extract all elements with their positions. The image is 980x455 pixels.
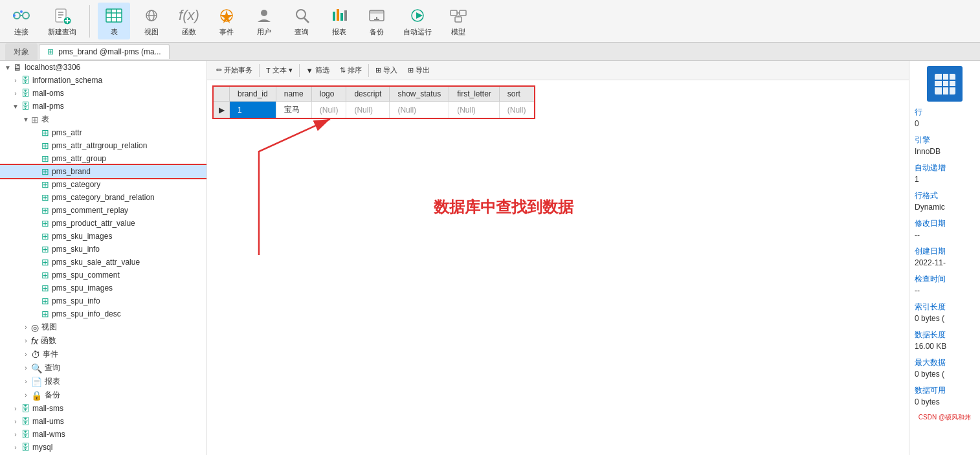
query-icon: 🔍 bbox=[31, 363, 42, 373]
sub-divider-2 bbox=[299, 64, 300, 77]
cell-name[interactable]: 宝马 bbox=[276, 102, 311, 119]
user-button[interactable]: 用户 bbox=[248, 3, 280, 39]
sidebar-item-pms_spu_info_desc[interactable]: ⊞ pms_spu_info_desc bbox=[0, 307, 206, 320]
sidebar-item-pms_category_brand_relation[interactable]: ⊞ pms_category_brand_relation bbox=[0, 191, 206, 204]
sidebar-item-mall-oms[interactable]: › 🗄 mall-oms bbox=[0, 87, 206, 100]
col-descript[interactable]: descript bbox=[346, 86, 390, 102]
sidebar-item-queries[interactable]: › 🔍 查询 bbox=[0, 361, 206, 375]
sort-button[interactable]: ⇅ 排序 bbox=[336, 64, 366, 76]
report-button[interactable]: 报表 bbox=[323, 3, 355, 39]
sidebar-item-pms_product_attr_value[interactable]: ⊞ pms_product_attr_value bbox=[0, 217, 206, 230]
sidebar-item-pms_spu_images[interactable]: ⊞ pms_spu_images bbox=[0, 282, 206, 294]
sidebar-item-pms_sku_info[interactable]: ⊞ pms_sku_info bbox=[0, 243, 206, 256]
sidebar-item-reports[interactable]: › 📄 报表 bbox=[0, 375, 206, 388]
sidebar-item-pms_attr_group[interactable]: ⊞ pms_attr_group bbox=[0, 152, 206, 165]
sidebar-item-views[interactable]: › ◎ 视图 bbox=[0, 320, 206, 334]
right-panel-check-time: 检查时间 -- bbox=[915, 274, 975, 295]
filter-button[interactable]: ▼ 筛选 bbox=[302, 64, 333, 76]
function-button[interactable]: f(x) 函数 bbox=[173, 3, 205, 39]
sidebar-item-mall-sms[interactable]: › 🗄 mall-sms bbox=[0, 402, 206, 415]
new-query-button[interactable]: 新建查询 bbox=[43, 3, 82, 39]
sidebar-item-pms_attr[interactable]: ⊞ pms_attr bbox=[0, 126, 206, 139]
tab-object[interactable]: 对象 bbox=[5, 43, 38, 60]
col-brand_id[interactable]: brand_id bbox=[230, 86, 276, 102]
db-icon: 🗄 bbox=[21, 101, 30, 111]
sidebar-item-mall-pms[interactable]: ▼ 🗄 mall-pms bbox=[0, 100, 206, 113]
export-icon: ⊞ bbox=[408, 66, 414, 74]
sidebar-label-tables: 表 bbox=[41, 114, 49, 125]
table-button[interactable]: 表 bbox=[98, 3, 130, 39]
right-panel-row-format: 行格式 Dynamic bbox=[915, 190, 975, 212]
backup-button[interactable]: 备份 bbox=[361, 3, 393, 39]
cell-logo[interactable]: (Null) bbox=[311, 102, 346, 119]
sidebar-item-pms_spu_info[interactable]: ⊞ pms_spu_info bbox=[0, 294, 206, 307]
autorun-button[interactable]: 自动运行 bbox=[398, 3, 437, 39]
view-button[interactable]: 视图 bbox=[135, 3, 168, 39]
expand-icon: › bbox=[21, 351, 31, 358]
sidebar-label-pms_attr_attrgroup_relation: pms_attr_attrgroup_relation bbox=[52, 141, 147, 150]
table-icon bbox=[104, 5, 124, 26]
export-button[interactable]: ⊞ 导出 bbox=[404, 64, 434, 76]
sidebar-item-tables[interactable]: ▼ ⊞ 表 bbox=[0, 113, 206, 126]
cell-brand_id[interactable]: 1 bbox=[230, 102, 276, 119]
backup-icon bbox=[366, 5, 387, 26]
connect-button[interactable]: 连接 bbox=[5, 3, 38, 39]
expand-icon: › bbox=[10, 431, 21, 438]
expand-icon: › bbox=[21, 392, 31, 399]
view-icon: ◎ bbox=[31, 322, 39, 333]
col-name[interactable]: name bbox=[276, 86, 311, 102]
cell-sort[interactable]: (Null) bbox=[499, 102, 534, 119]
right-panel-index-length: 索引长度 0 bytes ( bbox=[915, 302, 975, 323]
sidebar-item-mall-ums[interactable]: › 🗄 mall-ums bbox=[0, 415, 206, 428]
sidebar-item-localhost[interactable]: ▼ 🖥 localhost@3306 bbox=[0, 61, 206, 74]
db-icon: 🗄 bbox=[21, 75, 30, 85]
sidebar-label-mall-sms: mall-sms bbox=[32, 404, 63, 413]
col-first_letter[interactable]: first_letter bbox=[449, 86, 500, 102]
expand-icon: › bbox=[10, 444, 21, 451]
import-button[interactable]: ⊞ 导入 bbox=[372, 64, 401, 76]
main-toolbar: 连接 新建查询 表 bbox=[0, 0, 980, 43]
sidebar-item-pms_sku_images[interactable]: ⊞ pms_sku_images bbox=[0, 230, 206, 243]
event-button[interactable]: 事件 bbox=[210, 3, 243, 39]
cell-descript[interactable]: (Null) bbox=[346, 102, 390, 119]
db-icon: 🗄 bbox=[21, 429, 30, 439]
index-length-label: 索引长度 bbox=[915, 302, 975, 313]
table-icon: ⊞ bbox=[41, 309, 49, 319]
main-content: ▼ 🖥 localhost@3306 › 🗄 information_schem… bbox=[0, 61, 980, 455]
sidebar-item-pms_category[interactable]: ⊞ pms_category bbox=[0, 178, 206, 191]
sidebar-item-pms_comment_replay[interactable]: ⊞ pms_comment_replay bbox=[0, 204, 206, 217]
col-logo[interactable]: logo bbox=[311, 86, 346, 102]
sidebar-item-backup[interactable]: › 🔒 备份 bbox=[0, 388, 206, 402]
tab-active[interactable]: ⊞ pms_brand @mall-pms (ma... bbox=[39, 44, 170, 59]
cell-first_letter[interactable]: (Null) bbox=[449, 102, 500, 119]
col-show_status[interactable]: show_status bbox=[390, 86, 449, 102]
db-icon: 🗄 bbox=[21, 88, 30, 98]
sidebar-item-mall-wms[interactable]: › 🗄 mall-wms bbox=[0, 428, 206, 441]
auto-increment-label: 自动递增 bbox=[915, 162, 975, 173]
query-button[interactable]: 查询 bbox=[285, 3, 318, 39]
data-available-label: 数据可用 bbox=[915, 385, 975, 396]
sidebar-item-pms_brand[interactable]: ⊞ pms_brand bbox=[0, 165, 206, 178]
sidebar-item-events[interactable]: › ⏱ 事件 bbox=[0, 348, 206, 361]
autorun-icon bbox=[407, 5, 428, 26]
index-length-value: 0 bytes ( bbox=[915, 314, 975, 323]
data-available-value: 0 bytes bbox=[915, 397, 975, 406]
sidebar-item-pms_spu_comment[interactable]: ⊞ pms_spu_comment bbox=[0, 269, 206, 282]
sidebar-item-pms_sku_sale_attr_value[interactable]: ⊞ pms_sku_sale_attr_value bbox=[0, 256, 206, 269]
text-button[interactable]: T 文本 ▾ bbox=[262, 64, 296, 76]
table-row[interactable]: ▶ 1 宝马 (Null) (Null) (Null) (Null) (Null… bbox=[213, 102, 535, 119]
sidebar-label-reports: 报表 bbox=[45, 376, 60, 387]
sidebar-item-pms_attr_attrgroup_relation[interactable]: ⊞ pms_attr_attrgroup_relation bbox=[0, 139, 206, 152]
sidebar-item-mysql[interactable]: › 🗄 mysql bbox=[0, 441, 206, 454]
backup-label: 备份 bbox=[370, 27, 384, 37]
sidebar-item-functions[interactable]: › fx 函数 bbox=[0, 334, 206, 348]
sub-divider-1 bbox=[259, 64, 260, 77]
sidebar-label-pms_spu_comment: pms_spu_comment bbox=[52, 271, 120, 280]
sidebar-label-pms_spu_images: pms_spu_images bbox=[52, 283, 113, 293]
sidebar-item-information_schema[interactable]: › 🗄 information_schema bbox=[0, 74, 206, 87]
query-icon bbox=[291, 5, 312, 26]
cell-show_status[interactable]: (Null) bbox=[390, 102, 449, 119]
model-button[interactable]: 模型 bbox=[442, 3, 474, 39]
col-sort[interactable]: sort bbox=[499, 86, 534, 102]
start-edit-button[interactable]: ✏ 开始事务 bbox=[212, 64, 256, 76]
